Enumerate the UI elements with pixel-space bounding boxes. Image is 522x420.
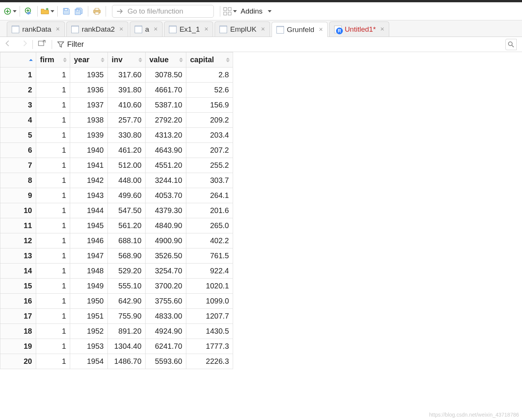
cell-year: 1938 [70, 113, 108, 128]
tab-rankdata[interactable]: rankData× [7, 21, 65, 37]
cell-rownum: 19 [0, 339, 36, 354]
tab-label: rankData [22, 25, 51, 34]
separator [88, 6, 88, 17]
cell-year: 1948 [70, 264, 108, 279]
table-row[interactable]: 111935317.603078.502.8 [0, 67, 233, 83]
new-file-button[interactable] [4, 6, 17, 17]
cell-value: 4840.90 [146, 218, 186, 233]
svg-rect-5 [95, 8, 99, 10]
cell-year: 1950 [70, 294, 108, 309]
column-header-capital[interactable]: capital [186, 52, 233, 67]
cell-rownum: 1 [0, 67, 36, 83]
table-row[interactable]: 711941512.004551.20255.2 [0, 158, 233, 173]
column-header-year[interactable]: year [70, 52, 108, 67]
column-header-value[interactable]: value [146, 52, 186, 67]
data-frame-icon [220, 26, 227, 33]
separator [20, 6, 20, 17]
nav-back-button[interactable] [5, 40, 14, 49]
cell-year: 1935 [70, 67, 108, 83]
print-button[interactable] [91, 6, 103, 17]
column-header-rownum[interactable] [0, 52, 36, 67]
table-row[interactable]: 1411948529.203254.70922.4 [0, 264, 233, 279]
cell-capital: 201.6 [186, 203, 233, 218]
cell-value: 4379.30 [146, 203, 186, 218]
table-row[interactable]: 1011944547.504379.30201.6 [0, 203, 233, 218]
cell-inv: 512.00 [108, 158, 146, 173]
cell-year: 1951 [70, 309, 108, 324]
column-label: capital [190, 55, 214, 64]
column-header-inv[interactable]: inv [108, 52, 146, 67]
pane-layout-button[interactable] [223, 6, 237, 17]
table-row[interactable]: 1511949555.103700.201020.1 [0, 279, 233, 294]
table-row[interactable]: 811942448.003244.10303.7 [0, 173, 233, 188]
table-row[interactable]: 1111945561.204840.90265.0 [0, 218, 233, 233]
search-table-button[interactable] [505, 39, 517, 50]
table-row[interactable]: 1211946688.104900.90402.2 [0, 233, 233, 248]
tab-grunfeld[interactable]: Grunfeld× [272, 22, 328, 37]
dropdown-caret-icon [51, 10, 54, 12]
close-tab-icon[interactable]: × [154, 25, 158, 33]
close-tab-icon[interactable]: × [319, 26, 323, 34]
cell-value: 4833.00 [146, 309, 186, 324]
table-row[interactable]: 1611950642.903755.601099.0 [0, 294, 233, 309]
table-row[interactable]: 511939330.804313.20203.4 [0, 128, 233, 143]
table-header-row: firm year inv value capital [0, 52, 233, 67]
tab-rankdata2[interactable]: rankData2× [66, 21, 128, 37]
cell-inv: 330.80 [108, 128, 146, 143]
cell-year: 1947 [70, 248, 108, 264]
table-row[interactable]: 211936391.804661.7052.6 [0, 83, 233, 98]
separator [37, 6, 38, 17]
nav-forward-button[interactable] [19, 40, 27, 49]
table-row[interactable]: 611940461.204643.90207.2 [0, 143, 233, 158]
close-tab-icon[interactable]: × [204, 25, 209, 33]
cell-value: 3254.70 [146, 264, 186, 279]
filter-button[interactable]: Filter [57, 40, 84, 49]
new-project-button[interactable] [23, 6, 34, 17]
arrow-right-icon [19, 40, 27, 47]
cell-value: 5593.60 [146, 354, 186, 369]
column-header-firm[interactable]: firm [36, 52, 70, 67]
cell-firm: 1 [36, 143, 70, 158]
tab-ex1_1[interactable]: Ex1_1× [164, 21, 213, 37]
tab-label: Grunfeld [287, 26, 315, 34]
cell-value: 4313.20 [146, 128, 186, 143]
close-tab-icon[interactable]: × [119, 25, 123, 33]
sort-indicator-icon [63, 58, 67, 62]
save-all-button[interactable] [74, 6, 85, 17]
table-row[interactable]: 311937410.605387.10156.9 [0, 98, 233, 113]
table-row[interactable]: 1311947568.903526.50761.5 [0, 248, 233, 264]
table-row[interactable]: 911943499.604053.70264.1 [0, 188, 233, 203]
save-button[interactable] [61, 6, 72, 17]
cell-inv: 555.10 [108, 279, 146, 294]
table-row[interactable]: 1811952891.204924.901430.5 [0, 324, 233, 339]
table-row[interactable]: 1711951755.904833.001207.7 [0, 309, 233, 324]
close-tab-icon[interactable]: × [56, 25, 60, 33]
main-toolbar: Go to file/function Addins [0, 2, 522, 20]
table-row[interactable]: 19119531304.406241.701777.3 [0, 339, 233, 354]
cell-inv: 1486.70 [108, 354, 146, 369]
goto-file-function-input[interactable]: Go to file/function [112, 5, 214, 18]
cell-value: 4053.70 [146, 188, 186, 203]
cell-year: 1940 [70, 143, 108, 158]
tab-a[interactable]: a× [130, 21, 163, 37]
data-viewer-toolbar: Filter [0, 37, 522, 52]
tab-untitled1[interactable]: R Untitled1*× [329, 21, 389, 37]
dropdown-caret-icon [268, 10, 272, 12]
table-row[interactable]: 20119541486.705593.602226.3 [0, 354, 233, 369]
close-tab-icon[interactable]: × [380, 25, 384, 33]
popout-button[interactable] [38, 40, 46, 49]
close-tab-icon[interactable]: × [261, 25, 265, 33]
cell-firm: 1 [36, 113, 70, 128]
cell-year: 1936 [70, 83, 108, 98]
tab-empluk[interactable]: EmplUK× [215, 21, 270, 37]
cell-value: 4661.70 [146, 83, 186, 98]
cell-capital: 402.2 [186, 233, 233, 248]
tab-label: rankData2 [82, 25, 115, 34]
open-file-button[interactable] [41, 6, 54, 17]
cell-value: 2792.20 [146, 113, 186, 128]
table-row[interactable]: 411938257.702792.20209.2 [0, 113, 233, 128]
cell-firm: 1 [36, 98, 70, 113]
cell-rownum: 20 [0, 354, 36, 369]
addins-menu[interactable]: Addins [241, 7, 263, 15]
cell-rownum: 14 [0, 264, 36, 279]
